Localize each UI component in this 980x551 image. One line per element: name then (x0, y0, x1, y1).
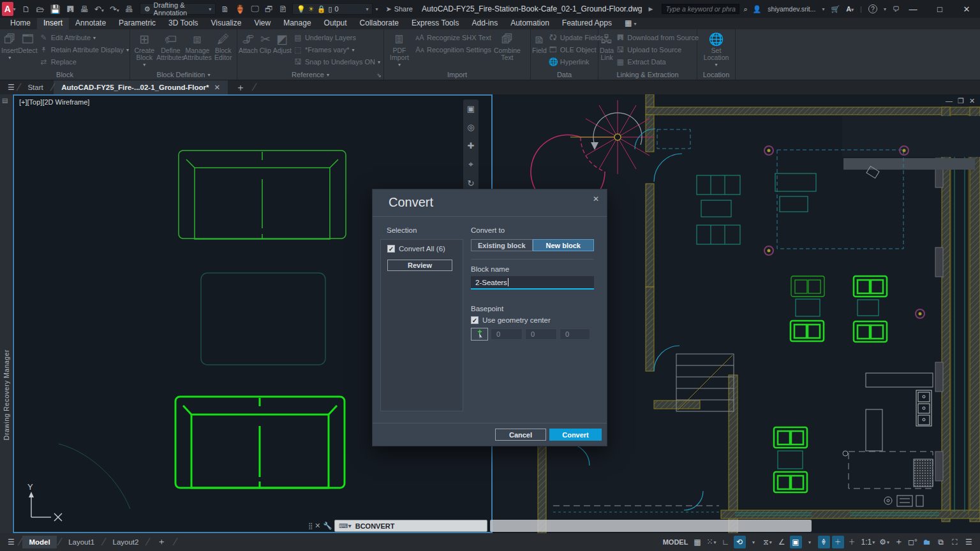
command-close-icon[interactable]: ✕ (315, 522, 320, 530)
sofa-block-selected[interactable] (175, 397, 345, 488)
workspace-gear-icon[interactable]: ⚙▾ (878, 536, 891, 548)
copy-icon[interactable]: 🗗 (265, 4, 273, 14)
minimize-button[interactable]: — (900, 0, 926, 18)
edit-attribute-button[interactable]: ✎ Edit Attribute▾ (40, 32, 129, 44)
autoscale-icon[interactable]: 🞡 (832, 536, 844, 548)
workspace-switcher[interactable]: ⚙ Drafting & Annotation ▾ (140, 3, 216, 15)
sheet-pencil-icon[interactable]: 🖹 (279, 4, 287, 14)
undo-icon[interactable]: ↶▾ (94, 4, 104, 14)
tab-home[interactable]: Home (4, 18, 37, 29)
panel-label-data[interactable]: Data (531, 70, 598, 80)
panel-label-block-definition[interactable]: Block Definition▾ (130, 70, 237, 80)
monitor-icon[interactable]: 🖵 (251, 4, 260, 14)
block-editor-button[interactable]: 🖉 Block Editor (211, 30, 235, 70)
block-name-input[interactable]: 2-Seaters (471, 276, 594, 290)
set-location-button[interactable]: 🌐 Set Location▾ (700, 30, 733, 70)
update-fields-button[interactable]: 🗘 Update Fields (549, 32, 604, 44)
adjust-button[interactable]: ◩ Adjust (273, 30, 292, 70)
recognize-shx-button[interactable]: 🗚 Recognize SHX Text (415, 32, 491, 44)
layout2-tab[interactable]: Layout2 (107, 536, 145, 548)
insert-block-button[interactable]: 🗇 Insert▾ (1, 30, 18, 70)
tab-insert[interactable]: Insert (37, 18, 69, 29)
close-button[interactable]: ✕ (953, 0, 980, 18)
isolate-objects-icon[interactable]: ◻° (907, 536, 919, 548)
field-button[interactable]: 🗈 Field (532, 30, 547, 70)
pick-point-button[interactable] (471, 328, 488, 341)
user-name[interactable]: shiyamdev.srit... (768, 5, 815, 13)
ortho-icon[interactable]: ∟ (720, 536, 732, 548)
polar-tracking-icon[interactable]: ⟲ (734, 536, 746, 548)
new-layout-button[interactable]: ＋ (151, 536, 172, 548)
review-button[interactable]: Review (387, 260, 452, 271)
replace-button[interactable]: ⇄ Replace (40, 56, 129, 68)
clip-button[interactable]: ✂ Clip (258, 30, 273, 70)
layout-menu-icon[interactable]: ☰ (5, 536, 17, 548)
panel-label-linking[interactable]: Linking & Extraction (598, 70, 697, 80)
steering-wheel-icon[interactable]: ◎ (467, 122, 474, 132)
tab-collaborate[interactable]: Collaborate (353, 18, 405, 29)
qat-overflow-chevron-icon[interactable]: ▾ (375, 6, 378, 12)
close-drawing-icon[interactable]: ✕ (969, 97, 975, 105)
isodraft-icon[interactable]: ⧖▾ (762, 536, 774, 548)
drawing-recovery-palette[interactable]: ▤ Drawing Recovery Manager (0, 94, 13, 533)
app-menu-chevron-icon[interactable]: ▾ (13, 6, 16, 12)
maximize-button[interactable]: □ (926, 0, 953, 18)
retain-attribute-display-button[interactable]: 🖈 Retain Attribute Display▾ (40, 44, 129, 56)
tab-add-ins[interactable]: Add-ins (465, 18, 504, 29)
panel-label-block[interactable]: Block (0, 70, 130, 80)
detect-button[interactable]: 🗔 Detect (18, 30, 37, 70)
restore-drawing-icon[interactable]: ❐ (958, 97, 964, 105)
help-icon[interactable]: ? (868, 4, 877, 13)
doc-tab-active[interactable]: AutoCAD-FY25_Fire-...02-1_Ground-Floor* … (54, 80, 228, 94)
share-button[interactable]: Share (394, 5, 413, 13)
object-snap-tracking-icon[interactable]: ∠ (776, 536, 788, 548)
tab-view[interactable]: View (248, 18, 277, 29)
new-doc-tab-button[interactable]: ＋ (228, 80, 253, 94)
table-block-outline[interactable] (201, 273, 325, 365)
tab-featured-apps[interactable]: Featured Apps (556, 18, 618, 29)
use-geometry-center-checkbox[interactable]: ✓ Use geometry center (471, 316, 594, 324)
doc-tab-start[interactable]: Start (20, 80, 50, 94)
extract-data-button[interactable]: ▦ Extract Data (616, 56, 699, 68)
screen-capture-icon[interactable]: ⧉ (935, 536, 947, 548)
plot-icon[interactable]: 🖶 (80, 4, 89, 14)
status-menu-icon[interactable]: ☰ (963, 536, 975, 548)
ole-object-button[interactable]: 🗔 OLE Object (549, 44, 604, 56)
attach-button[interactable]: 🖇 Attach (239, 30, 258, 70)
basepoint-y-field[interactable]: 0 (525, 328, 557, 340)
layout1-tab[interactable]: Layout1 (62, 536, 101, 548)
sheet-icon[interactable]: 🗎 (221, 4, 229, 14)
batch-plot-icon[interactable]: 🖷 (125, 4, 133, 14)
panel-label-location[interactable]: Location (697, 70, 735, 80)
save-icon[interactable]: 💾 (50, 4, 61, 14)
pdf-import-button[interactable]: 🗏 PDF Import▾ (385, 30, 413, 70)
tab-visualize[interactable]: Visualize (205, 18, 248, 29)
customization-plus-icon[interactable]: ＋ (893, 536, 905, 548)
graphics-performance-icon[interactable]: 🖿 (921, 536, 933, 548)
clean-screen-icon[interactable]: ⛶ (949, 536, 961, 548)
create-block-button[interactable]: ⊞ Create Block▾ (131, 30, 157, 70)
recognition-settings-button[interactable]: 🗛 Recognition Settings (415, 44, 491, 56)
tab-automation[interactable]: Automation (504, 18, 556, 29)
command-prompt-icon[interactable]: ⌨▾ (339, 522, 351, 529)
define-attributes-button[interactable]: 🏷 Define Attributes (157, 30, 184, 70)
viewcube-icon[interactable]: ▣ (467, 104, 475, 114)
palette-grip-icon[interactable]: ▤ (2, 97, 8, 104)
command-input[interactable]: ⌨▾ BCONVERT (334, 520, 487, 532)
grid-icon[interactable]: ▦ (691, 536, 703, 548)
search-icon[interactable]: ⌕ (743, 5, 747, 13)
convert-all-checkbox[interactable]: ✓ Convert All (6) (387, 245, 445, 253)
pan-icon[interactable]: ✚ (468, 141, 475, 151)
layer-control[interactable]: 💡 ☀ 🔒 ▯ 0 ▾ (292, 3, 373, 15)
hyperlink-button[interactable]: 🌐 Hyperlink (549, 56, 604, 68)
open-folder-icon[interactable]: 🗁 (36, 4, 45, 14)
tab-output[interactable]: Output (318, 18, 353, 29)
command-customize-icon[interactable]: 🔧 (323, 522, 332, 530)
snap-mode-icon[interactable]: ⁙▾ (705, 536, 717, 548)
play-icon[interactable]: ▶ (648, 6, 653, 12)
tab-parametric[interactable]: Parametric (112, 18, 162, 29)
tab-3d-tools[interactable]: 3D Tools (162, 18, 204, 29)
frames-vary-button[interactable]: ⬚ *Frames vary*▾ (293, 44, 380, 56)
download-from-source-button[interactable]: 🖪 Download from Source (616, 32, 699, 44)
sofa-block-outline[interactable] (179, 151, 346, 239)
